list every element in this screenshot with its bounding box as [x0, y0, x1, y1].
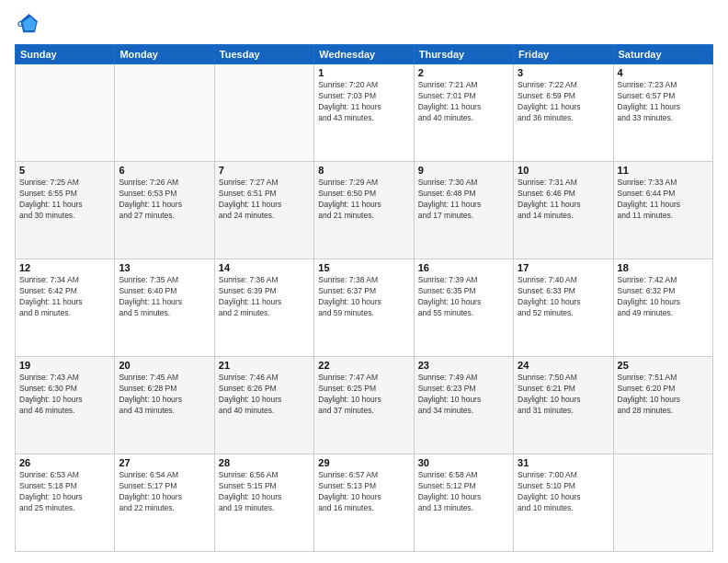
calendar-cell: 6Sunrise: 7:26 AM Sunset: 6:53 PM Daylig…	[115, 162, 214, 259]
day-info: Sunrise: 7:50 AM Sunset: 6:21 PM Dayligh…	[518, 373, 609, 417]
day-number: 12	[19, 262, 110, 273]
calendar-cell: 16Sunrise: 7:39 AM Sunset: 6:35 PM Dayli…	[414, 259, 513, 357]
day-info: Sunrise: 6:58 AM Sunset: 5:12 PM Dayligh…	[418, 470, 509, 514]
day-of-week-header: Wednesday	[314, 45, 414, 64]
calendar-cell: 23Sunrise: 7:49 AM Sunset: 6:23 PM Dayli…	[414, 357, 513, 454]
day-info: Sunrise: 7:47 AM Sunset: 6:25 PM Dayligh…	[318, 373, 409, 417]
day-number: 17	[518, 262, 609, 273]
calendar-cell: 28Sunrise: 6:56 AM Sunset: 5:15 PM Dayli…	[214, 454, 313, 552]
day-info: Sunrise: 7:46 AM Sunset: 6:26 PM Dayligh…	[219, 373, 310, 417]
day-info: Sunrise: 7:30 AM Sunset: 6:48 PM Dayligh…	[418, 178, 509, 222]
calendar-cell: 12Sunrise: 7:34 AM Sunset: 6:42 PM Dayli…	[16, 259, 115, 357]
day-info: Sunrise: 7:42 AM Sunset: 6:32 PM Dayligh…	[618, 275, 709, 319]
calendar-cell	[115, 64, 214, 162]
day-number: 19	[19, 360, 110, 371]
day-number: 16	[418, 262, 509, 273]
calendar-cell: 15Sunrise: 7:38 AM Sunset: 6:37 PM Dayli…	[314, 259, 414, 357]
day-info: Sunrise: 7:25 AM Sunset: 6:55 PM Dayligh…	[19, 178, 110, 222]
calendar-cell: 18Sunrise: 7:42 AM Sunset: 6:32 PM Dayli…	[613, 259, 712, 357]
calendar-cell: 14Sunrise: 7:36 AM Sunset: 6:39 PM Dayli…	[214, 259, 313, 357]
day-number: 26	[19, 457, 110, 468]
day-number: 15	[318, 262, 409, 273]
day-of-week-header: Tuesday	[214, 45, 313, 64]
calendar-cell: 24Sunrise: 7:50 AM Sunset: 6:21 PM Dayli…	[514, 357, 613, 454]
day-number: 14	[219, 262, 310, 273]
calendar-cell: 21Sunrise: 7:46 AM Sunset: 6:26 PM Dayli…	[214, 357, 313, 454]
day-info: Sunrise: 6:54 AM Sunset: 5:17 PM Dayligh…	[119, 470, 210, 514]
svg-text:G: G	[17, 19, 24, 29]
calendar-cell: 30Sunrise: 6:58 AM Sunset: 5:12 PM Dayli…	[414, 454, 513, 552]
calendar-table: SundayMondayTuesdayWednesdayThursdayFrid…	[15, 44, 713, 552]
day-info: Sunrise: 6:57 AM Sunset: 5:13 PM Dayligh…	[318, 470, 409, 514]
calendar-cell: 9Sunrise: 7:30 AM Sunset: 6:48 PM Daylig…	[414, 162, 513, 259]
day-info: Sunrise: 7:45 AM Sunset: 6:28 PM Dayligh…	[119, 373, 210, 417]
calendar-cell: 26Sunrise: 6:53 AM Sunset: 5:18 PM Dayli…	[16, 454, 115, 552]
day-number: 23	[418, 360, 509, 371]
header: G	[15, 11, 713, 37]
calendar-header-row: SundayMondayTuesdayWednesdayThursdayFrid…	[16, 45, 713, 64]
logo: G	[15, 11, 44, 37]
day-info: Sunrise: 6:56 AM Sunset: 5:15 PM Dayligh…	[219, 470, 310, 514]
day-number: 1	[318, 67, 409, 78]
day-info: Sunrise: 7:00 AM Sunset: 5:10 PM Dayligh…	[518, 470, 609, 514]
day-number: 31	[518, 457, 609, 468]
day-info: Sunrise: 7:35 AM Sunset: 6:40 PM Dayligh…	[119, 275, 210, 319]
day-of-week-header: Monday	[115, 45, 214, 64]
day-number: 27	[119, 457, 210, 468]
day-info: Sunrise: 7:29 AM Sunset: 6:50 PM Dayligh…	[318, 178, 409, 222]
day-number: 7	[219, 165, 310, 176]
day-info: Sunrise: 7:20 AM Sunset: 7:03 PM Dayligh…	[318, 80, 409, 124]
calendar-cell: 17Sunrise: 7:40 AM Sunset: 6:33 PM Dayli…	[514, 259, 613, 357]
calendar-week-row: 26Sunrise: 6:53 AM Sunset: 5:18 PM Dayli…	[16, 454, 713, 552]
calendar-cell: 31Sunrise: 7:00 AM Sunset: 5:10 PM Dayli…	[514, 454, 613, 552]
day-number: 5	[19, 165, 110, 176]
day-number: 2	[418, 67, 509, 78]
day-number: 30	[418, 457, 509, 468]
day-info: Sunrise: 7:38 AM Sunset: 6:37 PM Dayligh…	[318, 275, 409, 319]
calendar-cell: 20Sunrise: 7:45 AM Sunset: 6:28 PM Dayli…	[115, 357, 214, 454]
calendar-cell	[16, 64, 115, 162]
day-number: 9	[418, 165, 509, 176]
calendar-cell: 19Sunrise: 7:43 AM Sunset: 6:30 PM Dayli…	[16, 357, 115, 454]
calendar-cell: 3Sunrise: 7:22 AM Sunset: 6:59 PM Daylig…	[514, 64, 613, 162]
calendar-cell: 29Sunrise: 6:57 AM Sunset: 5:13 PM Dayli…	[314, 454, 414, 552]
calendar-cell: 10Sunrise: 7:31 AM Sunset: 6:46 PM Dayli…	[514, 162, 613, 259]
day-info: Sunrise: 7:23 AM Sunset: 6:57 PM Dayligh…	[618, 80, 709, 124]
calendar-cell: 22Sunrise: 7:47 AM Sunset: 6:25 PM Dayli…	[314, 357, 414, 454]
calendar-week-row: 5Sunrise: 7:25 AM Sunset: 6:55 PM Daylig…	[16, 162, 713, 259]
calendar-cell: 13Sunrise: 7:35 AM Sunset: 6:40 PM Dayli…	[115, 259, 214, 357]
day-number: 4	[618, 67, 709, 78]
calendar-cell: 25Sunrise: 7:51 AM Sunset: 6:20 PM Dayli…	[613, 357, 712, 454]
calendar-cell: 5Sunrise: 7:25 AM Sunset: 6:55 PM Daylig…	[16, 162, 115, 259]
calendar-cell: 11Sunrise: 7:33 AM Sunset: 6:44 PM Dayli…	[613, 162, 712, 259]
day-number: 8	[318, 165, 409, 176]
day-info: Sunrise: 7:26 AM Sunset: 6:53 PM Dayligh…	[119, 178, 210, 222]
day-number: 3	[518, 67, 609, 78]
day-number: 29	[318, 457, 409, 468]
day-info: Sunrise: 7:33 AM Sunset: 6:44 PM Dayligh…	[618, 178, 709, 222]
day-info: Sunrise: 7:31 AM Sunset: 6:46 PM Dayligh…	[518, 178, 609, 222]
calendar-cell: 27Sunrise: 6:54 AM Sunset: 5:17 PM Dayli…	[115, 454, 214, 552]
day-number: 28	[219, 457, 310, 468]
day-number: 20	[119, 360, 210, 371]
day-of-week-header: Thursday	[414, 45, 513, 64]
day-of-week-header: Sunday	[16, 45, 115, 64]
day-number: 24	[518, 360, 609, 371]
day-of-week-header: Friday	[514, 45, 613, 64]
calendar-week-row: 1Sunrise: 7:20 AM Sunset: 7:03 PM Daylig…	[16, 64, 713, 162]
calendar-week-row: 12Sunrise: 7:34 AM Sunset: 6:42 PM Dayli…	[16, 259, 713, 357]
day-info: Sunrise: 7:36 AM Sunset: 6:39 PM Dayligh…	[219, 275, 310, 319]
day-number: 21	[219, 360, 310, 371]
day-info: Sunrise: 7:49 AM Sunset: 6:23 PM Dayligh…	[418, 373, 509, 417]
page: G SundayMondayTuesdayWednesdayThursdayFr…	[0, 0, 728, 563]
day-number: 6	[119, 165, 210, 176]
day-info: Sunrise: 7:27 AM Sunset: 6:51 PM Dayligh…	[219, 178, 310, 222]
day-info: Sunrise: 7:40 AM Sunset: 6:33 PM Dayligh…	[518, 275, 609, 319]
day-number: 18	[618, 262, 709, 273]
calendar-cell: 4Sunrise: 7:23 AM Sunset: 6:57 PM Daylig…	[613, 64, 712, 162]
calendar-cell: 2Sunrise: 7:21 AM Sunset: 7:01 PM Daylig…	[414, 64, 513, 162]
day-info: Sunrise: 7:34 AM Sunset: 6:42 PM Dayligh…	[19, 275, 110, 319]
calendar-cell: 7Sunrise: 7:27 AM Sunset: 6:51 PM Daylig…	[214, 162, 313, 259]
calendar-cell: 1Sunrise: 7:20 AM Sunset: 7:03 PM Daylig…	[314, 64, 414, 162]
day-info: Sunrise: 7:39 AM Sunset: 6:35 PM Dayligh…	[418, 275, 509, 319]
